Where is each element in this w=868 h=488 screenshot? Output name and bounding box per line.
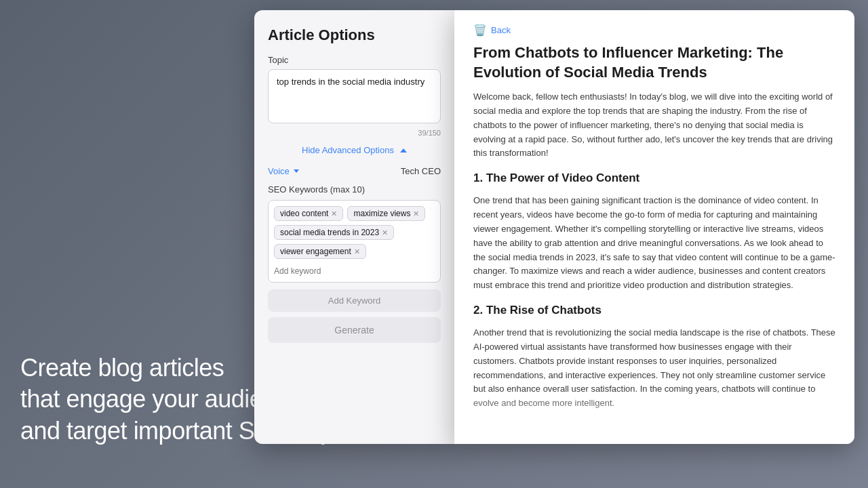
hide-advanced-button[interactable]: Hide Advanced Options — [268, 142, 441, 158]
keyword-text: maximize views — [353, 209, 410, 218]
remove-keyword-icon[interactable]: ✕ — [331, 210, 337, 218]
panels-container: Article Options Topic top trends in the … — [254, 10, 854, 444]
voice-label: Voice — [268, 166, 290, 176]
hide-advanced-label: Hide Advanced Options — [302, 145, 394, 155]
keyword-tag-maximize-views: maximize views ✕ — [347, 206, 425, 221]
back-label: Back — [491, 25, 511, 35]
add-keyword-input[interactable] — [274, 266, 435, 276]
keyword-tag-social-media-trends: social media trends in 2023 ✕ — [274, 225, 394, 240]
section2-title: 2. The Rise of Chatbots — [473, 301, 835, 319]
section1-body: One trend that has been gaining signific… — [473, 194, 835, 293]
voice-dropdown[interactable]: Voice — [268, 166, 299, 176]
back-button[interactable]: 🗑️ Back — [473, 24, 511, 37]
voice-row: Voice Tech CEO — [268, 166, 441, 176]
add-keyword-button[interactable]: Add Keyword — [268, 289, 441, 312]
keyword-tag-viewer-engagement: viewer engagement ✕ — [274, 244, 366, 259]
remove-keyword-icon[interactable]: ✕ — [413, 210, 419, 218]
section1-title: 1. The Power of Video Content — [473, 169, 835, 187]
keyword-text: video content — [280, 209, 328, 218]
char-count: 39/150 — [268, 129, 441, 137]
remove-keyword-icon[interactable]: ✕ — [382, 229, 388, 237]
seo-keywords-label: SEO Keywords (max 10) — [268, 184, 441, 195]
article-intro: Welcome back, fellow tech enthusiasts! I… — [473, 90, 835, 161]
panel-title: Article Options — [268, 26, 441, 44]
arrow-up-icon — [400, 148, 407, 152]
section2-body: Another trend that is revolutionizing th… — [473, 326, 835, 411]
voice-value: Tech CEO — [401, 166, 441, 176]
topic-input[interactable]: top trends in the social media industry — [268, 69, 441, 123]
keywords-box: video content ✕ maximize views ✕ social … — [268, 200, 441, 283]
generate-button[interactable]: Generate — [268, 317, 441, 343]
article-options-panel: Article Options Topic top trends in the … — [254, 10, 454, 444]
article-title: From Chatbots to Influencer Marketing: T… — [473, 43, 835, 82]
keywords-tags: video content ✕ maximize views ✕ social … — [274, 206, 435, 259]
chevron-down-icon — [294, 169, 299, 173]
remove-keyword-icon[interactable]: ✕ — [354, 248, 360, 256]
keyword-text: social media trends in 2023 — [280, 228, 379, 237]
back-icon: 🗑️ — [473, 24, 487, 37]
keyword-tag-video-content: video content ✕ — [274, 206, 343, 221]
topic-label: Topic — [268, 55, 441, 65]
article-body: Welcome back, fellow tech enthusiasts! I… — [473, 90, 835, 419]
keyword-text: viewer engagement — [280, 247, 351, 256]
article-preview-panel: 🗑️ Back From Chatbots to Influencer Mark… — [454, 10, 854, 444]
